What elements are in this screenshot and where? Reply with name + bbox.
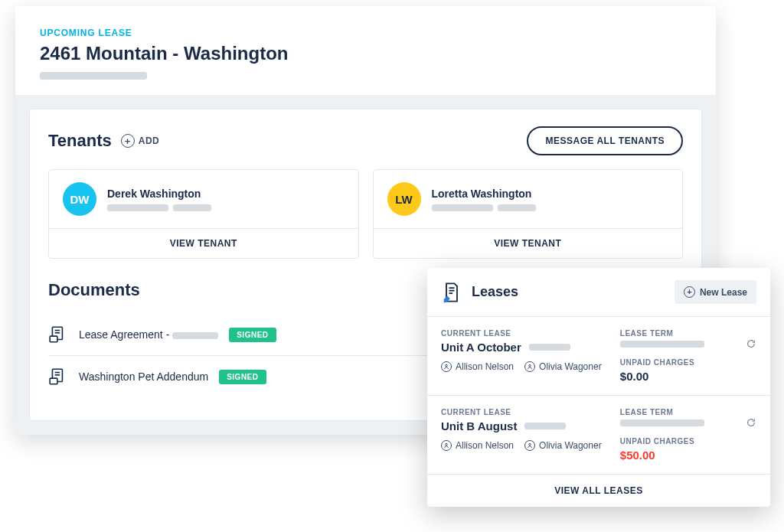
header: UPCOMING LEASE 2461 Mountain - Washingto…: [15, 6, 716, 95]
add-tenant-button[interactable]: + ADD: [121, 134, 160, 148]
tenant-card: LW Loretta Washington VIEW TENANT: [373, 169, 684, 259]
view-all-leases-button[interactable]: VIEW ALL LEASES: [427, 474, 770, 507]
add-label: ADD: [139, 135, 160, 146]
avatar: LW: [387, 182, 421, 216]
leases-title-group: Leases: [441, 282, 518, 303]
lease-name-placeholder: [524, 423, 566, 429]
lease-block[interactable]: CURRENT LEASE Unit B August Allison Nels…: [427, 395, 770, 474]
lease-tenant: Olivia Wagoner: [524, 440, 602, 451]
document-name: Lease Agreement -: [79, 328, 218, 341]
person-icon: [441, 440, 452, 451]
lease-tenant: Allison Nelson: [441, 361, 514, 372]
new-lease-button[interactable]: + New Lease: [675, 280, 756, 304]
upcoming-lease-badge: UPCOMING LEASE: [40, 28, 691, 38]
svg-rect-1: [50, 336, 57, 342]
lease-left: CURRENT LEASE Unit B August Allison Nels…: [441, 408, 605, 462]
lease-term-placeholder: [620, 341, 704, 348]
svg-point-13: [446, 443, 448, 446]
signed-badge: SIGNED: [229, 328, 276, 342]
lease-name-placeholder: [529, 344, 570, 351]
lease-name: Unit B August: [441, 419, 605, 432]
unpaid-charges-label: UNPAID CHARGES: [620, 358, 756, 367]
svg-point-14: [529, 443, 531, 446]
signed-badge: SIGNED: [219, 370, 266, 384]
lease-tenants: Allison Nelson Olivia Wagoner: [441, 361, 605, 372]
tenants-heading: Tenants: [48, 131, 112, 151]
leases-heading: Leases: [472, 284, 518, 300]
tenants-title-group: Tenants + ADD: [48, 131, 159, 151]
tenant-card-top: LW Loretta Washington: [374, 170, 683, 228]
person-icon: [524, 440, 535, 451]
message-all-tenants-button[interactable]: MESSAGE ALL TENANTS: [527, 126, 683, 155]
tenant-meta-placeholder: [107, 204, 211, 211]
lease-right: LEASE TERM UNPAID CHARGES $0.00: [620, 329, 756, 383]
refresh-icon[interactable]: [746, 338, 756, 349]
lease-name: Unit A October: [441, 341, 605, 354]
leases-header: Leases + New Lease: [427, 268, 770, 316]
leases-icon: [441, 282, 462, 303]
view-tenant-button[interactable]: VIEW TENANT: [49, 228, 358, 258]
plus-icon: +: [121, 134, 135, 148]
tenant-card: DW Derek Washington VIEW TENANT: [48, 169, 359, 259]
lease-tenants: Allison Nelson Olivia Wagoner: [441, 440, 605, 451]
person-icon: [524, 361, 535, 372]
tenant-name: Derek Washington: [107, 188, 211, 200]
lease-term-placeholder: [620, 419, 704, 426]
page-title: 2461 Mountain - Washington: [40, 43, 691, 64]
svg-point-12: [529, 364, 531, 367]
svg-rect-5: [50, 378, 57, 384]
subtitle-placeholder: [40, 72, 147, 80]
lease-term-label: LEASE TERM: [620, 408, 756, 416]
unpaid-charges-label: UNPAID CHARGES: [620, 437, 756, 446]
lease-tenant: Olivia Wagoner: [524, 361, 602, 372]
tenant-grid: DW Derek Washington VIEW TENANT L: [48, 169, 683, 259]
view-tenant-button[interactable]: VIEW TENANT: [374, 228, 683, 258]
tenant-meta-placeholder: [432, 204, 536, 211]
tenant-card-top: DW Derek Washington: [49, 170, 358, 228]
leases-card: Leases + New Lease CURRENT LEASE Unit A …: [427, 268, 770, 507]
document-name: Washington Pet Addendum: [79, 370, 208, 383]
unpaid-value: $50.00: [620, 449, 756, 462]
lease-right: LEASE TERM UNPAID CHARGES $50.00: [620, 408, 756, 462]
avatar: DW: [63, 182, 96, 216]
refresh-icon[interactable]: [746, 417, 756, 428]
document-icon: [48, 367, 68, 387]
lease-term-label: LEASE TERM: [620, 329, 756, 338]
tenant-info: Derek Washington: [107, 188, 211, 211]
plus-icon: +: [684, 286, 695, 298]
current-lease-label: CURRENT LEASE: [441, 329, 605, 338]
tenants-header: Tenants + ADD MESSAGE ALL TENANTS: [48, 126, 683, 155]
tenant-info: Loretta Washington: [432, 188, 536, 211]
doc-name-placeholder: [172, 332, 218, 339]
lease-tenant: Allison Nelson: [441, 440, 514, 451]
lease-block[interactable]: CURRENT LEASE Unit A October Allison Nel…: [427, 316, 770, 395]
tenant-name: Loretta Washington: [432, 188, 536, 200]
current-lease-label: CURRENT LEASE: [441, 408, 605, 416]
lease-left: CURRENT LEASE Unit A October Allison Nel…: [441, 329, 605, 383]
person-icon: [441, 361, 452, 372]
svg-point-11: [446, 364, 448, 367]
document-icon: [48, 325, 68, 344]
unpaid-value: $0.00: [620, 370, 756, 383]
